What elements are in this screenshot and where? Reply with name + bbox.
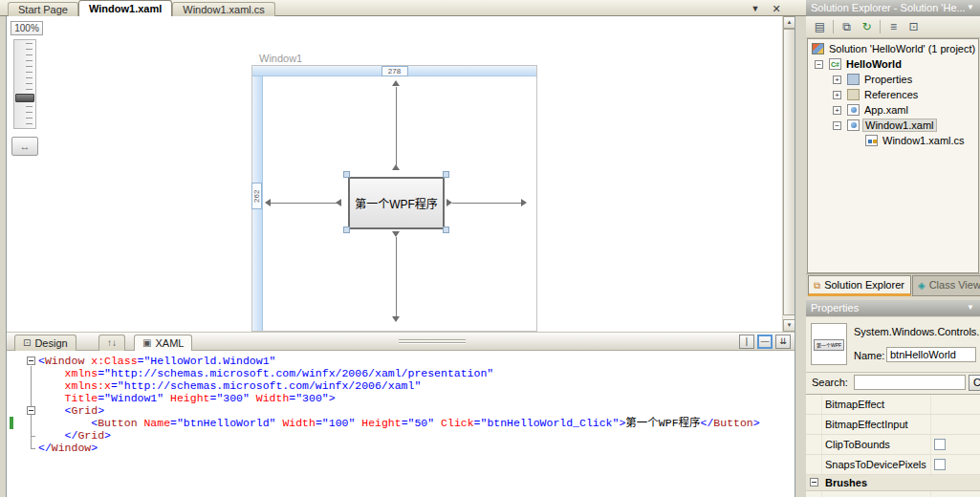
horizontal-grid-rail[interactable]: 278: [252, 66, 536, 76]
thumbnail-button: 第一个WPF程序: [814, 339, 844, 351]
property-row[interactable]: BitmapEffectInput: [806, 415, 980, 435]
arrow-down-icon: [392, 316, 400, 322]
doc-tabstrip-tabs: Start PageWindow1.xamlWindow1.xaml.cs: [8, 0, 275, 16]
solution-explorer-titlebar[interactable]: Solution Explorer - Solution 'He... ▼: [806, 0, 980, 16]
tree-item-app-xaml[interactable]: +App.xaml: [808, 103, 978, 119]
tree-item-window1-xaml[interactable]: −Window1.xaml: [808, 119, 978, 134]
property-row[interactable]: SnapsToDevicePixels: [806, 455, 980, 475]
xaml-editor[interactable]: <Window x:Class="HelloWorld.Window1" xml…: [7, 351, 795, 497]
tab-xaml-label: XAML: [155, 337, 184, 349]
properties-titlebar[interactable]: Properties ▼: [806, 300, 980, 316]
code-line[interactable]: <Window x:Class="HelloWorld.Window1": [38, 355, 760, 367]
tree-item-properties[interactable]: +Properties: [808, 73, 978, 88]
expand-icon[interactable]: +: [833, 106, 841, 115]
arrow-left-icon: [265, 199, 271, 206]
arrow-right-icon: [446, 199, 452, 206]
code-line[interactable]: xmlns="http://schemas.microsoft.com/winf…: [38, 367, 760, 379]
bottom-margin-line: [396, 237, 397, 321]
zoom-slider[interactable]: [13, 39, 36, 129]
properties-icon[interactable]: ▤: [810, 18, 830, 35]
selection-handle[interactable]: [343, 171, 350, 178]
search-input[interactable]: [854, 375, 966, 390]
arrow-right-icon: [521, 199, 527, 206]
code-line[interactable]: <Button Name="btnHelloWorld" Width="100"…: [38, 417, 760, 429]
swap-panes-button[interactable]: ↑↓: [98, 335, 125, 351]
designer-button[interactable]: 第一个WPF程序: [348, 177, 445, 229]
doc-tab[interactable]: Start Page: [8, 2, 78, 16]
show-all-files-icon[interactable]: ⧉: [837, 18, 857, 35]
tree-item-solution-helloworld-1-project-[interactable]: Solution 'HelloWorld' (1 project): [808, 42, 978, 57]
refresh-icon[interactable]: ↻: [857, 18, 877, 35]
doc-tab[interactable]: Window1.xaml.cs: [172, 2, 275, 16]
vs-ide-window: Start PageWindow1.xamlWindow1.xaml.cs ▼ …: [0, 0, 980, 497]
doc-tab[interactable]: Window1.xaml: [78, 0, 172, 16]
code-line[interactable]: <Grid>: [38, 404, 760, 417]
wpf-window-preview[interactable]: 278 262 第一个WPF程序: [251, 65, 537, 332]
arrow-up-icon: [392, 80, 400, 86]
chevron-down-icon[interactable]: ▼: [967, 303, 974, 312]
tree-item-label: Solution 'HelloWorld' (1 project): [827, 43, 977, 54]
collapse-icon[interactable]: [810, 478, 818, 486]
code-line[interactable]: </Window>: [38, 442, 760, 454]
selection-handle[interactable]: [443, 227, 449, 233]
splitter-grip[interactable]: [399, 339, 466, 345]
outline-connector: [31, 448, 35, 449]
width-ruler-label: 278: [381, 66, 408, 76]
code-lines: <Window x:Class="HelloWorld.Window1" xml…: [38, 355, 760, 454]
category-brushes[interactable]: Brushes: [806, 475, 980, 491]
designer-vertical-scrollbar[interactable]: ▲ ▼: [782, 16, 795, 332]
code-line[interactable]: </Grid>: [38, 429, 760, 442]
view-code-icon[interactable]: ≡: [883, 18, 904, 35]
arrow-down-icon: [392, 231, 400, 237]
split-horizontal-button[interactable]: —: [757, 335, 773, 349]
scrollbar-thumb[interactable]: [783, 29, 795, 315]
checkbox[interactable]: [934, 439, 946, 450]
collapse-region-icon[interactable]: [27, 406, 35, 415]
property-row[interactable]: ClipToBounds: [806, 435, 980, 455]
property-row[interactable]: BitmapEffect: [806, 395, 980, 415]
close-icon[interactable]: ✕: [769, 2, 784, 15]
xaml-icon: [847, 119, 860, 131]
tab-xaml[interactable]: ▣ XAML: [134, 335, 192, 351]
selection-handle[interactable]: [343, 227, 350, 233]
zoom-level-dropdown[interactable]: 100%: [11, 21, 43, 35]
checkbox[interactable]: [934, 459, 946, 470]
name-input[interactable]: [886, 347, 976, 362]
properties-title: Properties: [811, 302, 859, 313]
selected-type-name: System.Windows.Controls.B: [854, 326, 980, 337]
chevron-down-icon[interactable]: ▼: [967, 3, 974, 11]
view-designer-icon[interactable]: ⊡: [904, 18, 924, 35]
design-xaml-splitter[interactable]: ⊡ Design ↑↓ ▣ XAML ❘—⇊: [7, 332, 795, 351]
clear-search-button[interactable]: C: [969, 375, 980, 391]
collapse-region-icon[interactable]: [27, 357, 35, 365]
expand-icon[interactable]: +: [833, 91, 841, 99]
expand-icon[interactable]: +: [833, 76, 841, 84]
tree-item-label: Window1.xaml.cs: [881, 135, 967, 146]
tab-solution-explorer[interactable]: ⧉ Solution Explorer: [808, 275, 911, 296]
tab-design[interactable]: ⊡ Design: [14, 335, 76, 351]
outline-connector: [31, 416, 32, 436]
collapse-pane-button[interactable]: ⇊: [775, 335, 791, 349]
tab-design-label: Design: [34, 337, 67, 349]
arrow-left-icon: [336, 199, 341, 206]
code-line[interactable]: Title="Window1" Height="300" Width="300"…: [38, 392, 760, 404]
zoom-slider-thumb[interactable]: [15, 94, 34, 102]
top-margin-line: [396, 87, 397, 169]
fit-to-screen-button[interactable]: ↔: [11, 137, 38, 156]
code-line[interactable]: xmlns:x="http://schemas.microsoft.com/wi…: [38, 379, 760, 392]
collapse-icon[interactable]: −: [815, 60, 823, 69]
split-vertical-button[interactable]: ❘: [739, 335, 754, 349]
outline-connector: [31, 436, 35, 437]
property-row[interactable]: Background#FFFFFFFF: [806, 491, 980, 497]
selection-handle[interactable]: [443, 171, 449, 178]
property-name: BitmapEffect: [825, 399, 884, 410]
doc-dropdown-icon[interactable]: ▼: [748, 2, 763, 15]
tool-window-tabs: ⧉ Solution Explorer ◈ Class View: [806, 273, 980, 296]
tree-item-helloworld[interactable]: −HelloWorld: [808, 57, 978, 73]
tab-class-view[interactable]: ◈ Class View: [912, 275, 980, 296]
tree-item-references[interactable]: +References: [808, 88, 978, 103]
designer-canvas[interactable]: 100% ↔ Window1 278 262: [7, 16, 795, 332]
toolbar-separator: [880, 20, 881, 33]
tree-item-window1-xaml-cs[interactable]: Window1.xaml.cs: [808, 134, 978, 149]
collapse-icon[interactable]: −: [833, 121, 841, 130]
